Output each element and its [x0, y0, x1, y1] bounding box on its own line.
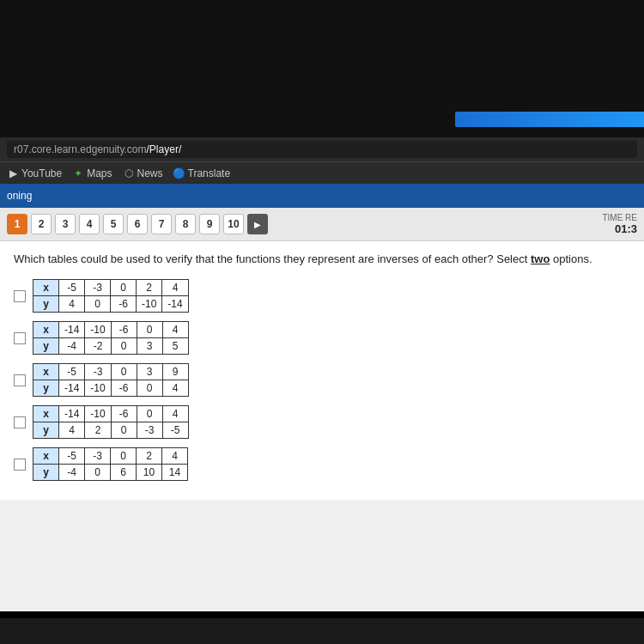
- question-num-8[interactable]: 8: [175, 214, 196, 234]
- question-num-9[interactable]: 9: [199, 214, 220, 234]
- question-num-10[interactable]: 10: [223, 214, 244, 234]
- youtube-icon: ▶: [7, 167, 19, 179]
- bookmark-maps[interactable]: ✦ Maps: [72, 167, 112, 179]
- question-content: Which tables could be used to verify tha…: [0, 241, 644, 500]
- option-d-row: x -14-10-604 y 420-3-5: [14, 405, 630, 439]
- bookmark-youtube-label: YouTube: [21, 167, 62, 179]
- tab-label: oning: [7, 190, 32, 202]
- checkbox-a[interactable]: [14, 290, 26, 302]
- play-button[interactable]: ▶: [247, 214, 268, 234]
- question-num-7[interactable]: 7: [151, 214, 172, 234]
- time-display: TIME RE 01:3: [602, 213, 637, 235]
- question-num-4[interactable]: 4: [79, 214, 100, 234]
- table-d: x -14-10-604 y 420-3-5: [33, 405, 189, 439]
- bookmark-translate-label: Translate: [188, 167, 231, 179]
- question-num-6[interactable]: 6: [127, 214, 148, 234]
- maps-icon: ✦: [72, 167, 84, 179]
- bookmark-news[interactable]: ⬡ News: [123, 167, 163, 179]
- time-label: TIME RE: [602, 213, 637, 222]
- bookmark-news-label: News: [137, 167, 163, 179]
- address-path: /Player/: [147, 143, 182, 155]
- bookmark-translate[interactable]: 🔵 Translate: [173, 167, 231, 179]
- blue-accent-bar: [455, 112, 644, 127]
- bookmark-maps-label: Maps: [87, 167, 112, 179]
- question-text: Which tables could be used to verify tha…: [14, 252, 630, 267]
- bookmarks-bar: ▶ YouTube ✦ Maps ⬡ News 🔵 Translate: [0, 161, 644, 184]
- bottom-bar: [0, 618, 644, 644]
- question-bar: 1 2 3 4 5 6 7 8 9 10 ▶ TIME RE 01:3: [0, 208, 644, 241]
- checkbox-b[interactable]: [14, 332, 26, 344]
- question-num-5[interactable]: 5: [103, 214, 124, 234]
- table-b: x -14-10-604 y -4-2035: [33, 321, 189, 355]
- question-num-2[interactable]: 2: [31, 214, 52, 234]
- option-a-row: x -5-3024 y 40-6-10-14: [14, 279, 630, 313]
- checkbox-e[interactable]: [14, 459, 26, 471]
- main-content: 1 2 3 4 5 6 7 8 9 10 ▶ TIME RE 01:3 Whic…: [0, 208, 644, 611]
- time-value: 01:3: [602, 222, 637, 235]
- translate-icon: 🔵: [173, 167, 185, 179]
- address-domain: r07.core.learn.edgenuity.com: [14, 143, 147, 155]
- tab-bar: oning: [0, 184, 644, 208]
- table-c: x -5-3039 y -14-10-604: [33, 363, 189, 397]
- table-a: x -5-3024 y 40-6-10-14: [33, 279, 189, 313]
- address-bar[interactable]: r07.core.learn.edgenuity.com/Player/: [7, 141, 637, 158]
- checkbox-c[interactable]: [14, 374, 26, 386]
- bookmark-youtube[interactable]: ▶ YouTube: [7, 167, 62, 179]
- option-e-row: x -5-3024 y -4061014: [14, 447, 630, 481]
- option-c-row: x -5-3039 y -14-10-604: [14, 363, 630, 397]
- question-num-3[interactable]: 3: [55, 214, 76, 234]
- address-bar-container: r07.core.learn.edgenuity.com/Player/: [0, 137, 644, 161]
- checkbox-d[interactable]: [14, 416, 26, 428]
- table-e: x -5-3024 y -4061014: [33, 447, 188, 481]
- news-icon: ⬡: [123, 167, 135, 179]
- option-b-row: x -14-10-604 y -4-2035: [14, 321, 630, 355]
- question-num-1[interactable]: 1: [7, 214, 27, 234]
